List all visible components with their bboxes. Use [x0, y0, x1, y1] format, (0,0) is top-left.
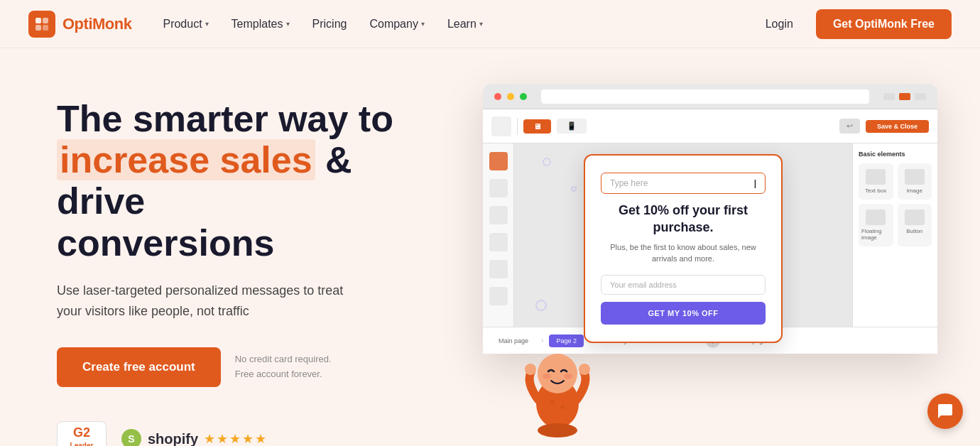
toolbar-divider	[517, 118, 518, 135]
sidebar-icon-5[interactable]	[489, 260, 508, 278]
browser-url-bar	[541, 89, 869, 104]
svg-point-13	[550, 400, 555, 404]
svg-rect-3	[43, 25, 48, 31]
nav-learn[interactable]: Learn ▾	[437, 12, 493, 36]
popup-title: Get 10% off your first purchase.	[601, 202, 766, 236]
social-proof: G2 Leader SUMMER 2022 S shopify ★★★★★ 4.…	[57, 421, 426, 446]
svg-point-8	[543, 374, 551, 379]
browser-close-dot	[494, 93, 501, 100]
nav-templates[interactable]: Templates ▾	[222, 12, 300, 36]
logo-text: OptiMonk	[62, 15, 131, 33]
panel-title: Basic elements	[859, 151, 932, 158]
svg-point-7	[538, 354, 577, 393]
cta-note: No credit card required. Free account fo…	[235, 352, 332, 382]
browser-maximize-dot	[520, 93, 527, 100]
shopify-logo-row: S shopify ★★★★★	[121, 428, 268, 446]
editor-toolbar: 🖥 📱 ↩ Save & Close	[483, 109, 937, 143]
editor-sidebar	[483, 143, 514, 354]
deco-dot-2	[571, 186, 577, 192]
floating-image-icon	[866, 210, 886, 225]
hero-subtitle: Use laser-targeted personalized messages…	[57, 281, 369, 322]
image-label: Image	[907, 187, 922, 194]
hero-left: The smarter way to increase sales & driv…	[57, 84, 426, 446]
create-free-account-button[interactable]: Create free account	[57, 347, 221, 387]
chevron-down-icon: ▾	[479, 20, 483, 28]
svg-point-10	[525, 364, 536, 375]
hero-title: The smarter way to increase sales & driv…	[57, 98, 426, 263]
svg-point-14	[560, 405, 565, 409]
svg-rect-2	[36, 25, 41, 31]
browser-minimize-dot	[507, 93, 514, 100]
nav-pricing[interactable]: Pricing	[303, 12, 357, 36]
chevron-down-icon: ▾	[286, 20, 290, 28]
toolbar-undo-btn[interactable]: ↩	[839, 119, 860, 134]
popup-cta-button[interactable]: GET MY 10% OFF	[601, 302, 766, 325]
mascot-svg	[511, 325, 604, 439]
toolbar-save-btn[interactable]: Save & Close	[866, 120, 929, 133]
panel-item-image[interactable]: Image	[898, 163, 932, 200]
navbar: OptiMonk Product ▾ Templates ▾ Pricing C…	[0, 0, 980, 48]
svg-point-9	[564, 374, 572, 379]
sidebar-icon-6[interactable]	[489, 287, 508, 305]
chevron-down-icon: ▾	[421, 20, 425, 28]
textbox-label: Text box	[865, 187, 886, 194]
editor-content: Type here | Get 10% off your first purch…	[483, 143, 937, 354]
sidebar-icon-4[interactable]	[489, 233, 508, 251]
browser-bar	[483, 84, 937, 109]
button-label: Button	[906, 228, 922, 234]
deco-dot-3	[535, 300, 547, 311]
hero-right: 🖥 📱 ↩ Save & Close	[469, 84, 923, 446]
popup-type-here-field: Type here |	[601, 173, 766, 194]
svg-point-11	[579, 364, 590, 375]
nav-items: Product ▾ Templates ▾ Pricing Company ▾ …	[153, 12, 753, 36]
chat-button[interactable]	[927, 393, 963, 429]
sidebar-icon-2[interactable]	[489, 179, 508, 197]
deco-dot-1	[543, 158, 551, 166]
cta-row: Create free account No credit card requi…	[57, 347, 426, 387]
panel-grid: Text box Image Floating image Butto	[859, 163, 932, 246]
mascot	[511, 325, 604, 439]
popup-email-field[interactable]: Your email address	[601, 275, 766, 295]
svg-rect-1	[43, 18, 48, 23]
textbox-icon	[866, 169, 886, 185]
image-icon	[905, 169, 925, 185]
button-icon	[905, 210, 925, 225]
g2-badge: G2 Leader SUMMER 2022	[57, 421, 107, 446]
floating-image-label: Floating image	[861, 228, 891, 241]
nav-company[interactable]: Company ▾	[359, 12, 434, 36]
svg-point-12	[538, 423, 577, 437]
toolbar-desktop-tab[interactable]: 🖥	[523, 119, 551, 134]
popup-widget: Type here | Get 10% off your first purch…	[584, 154, 783, 343]
chevron-down-icon: ▾	[205, 20, 209, 28]
panel-item-textbox[interactable]: Text box	[859, 163, 893, 200]
panel-item-floating-image[interactable]: Floating image	[859, 204, 893, 246]
hero-section: The smarter way to increase sales & driv…	[0, 48, 980, 446]
toolbar-mobile-tab[interactable]: 📱	[557, 119, 587, 134]
nav-actions: Login Get OptiMonk Free	[754, 9, 952, 39]
sidebar-icon-3[interactable]	[489, 206, 508, 224]
right-panel: Basic elements Text box Image Floatin	[852, 143, 937, 354]
shopify-icon: S	[121, 428, 142, 446]
shopify-block: S shopify ★★★★★ 4.9/5 · Over 500 five st…	[121, 428, 268, 446]
svg-rect-0	[36, 18, 41, 23]
panel-item-button[interactable]: Button	[898, 204, 932, 246]
popup-subtitle: Plus, be the first to know about sales, …	[601, 241, 766, 265]
sidebar-icon-1[interactable]	[489, 152, 508, 170]
toolbar-icon-1	[491, 116, 511, 136]
browser-controls	[883, 93, 926, 100]
logo-icon	[28, 11, 55, 38]
logo[interactable]: OptiMonk	[28, 11, 131, 38]
login-button[interactable]: Login	[754, 12, 805, 36]
mock-browser: 🖥 📱 ↩ Save & Close	[483, 84, 937, 354]
canvas-area: Type here | Get 10% off your first purch…	[514, 143, 852, 354]
nav-product[interactable]: Product ▾	[153, 12, 218, 36]
svg-text:S: S	[128, 433, 134, 445]
get-optimonk-free-button[interactable]: Get OptiMonk Free	[816, 9, 952, 39]
